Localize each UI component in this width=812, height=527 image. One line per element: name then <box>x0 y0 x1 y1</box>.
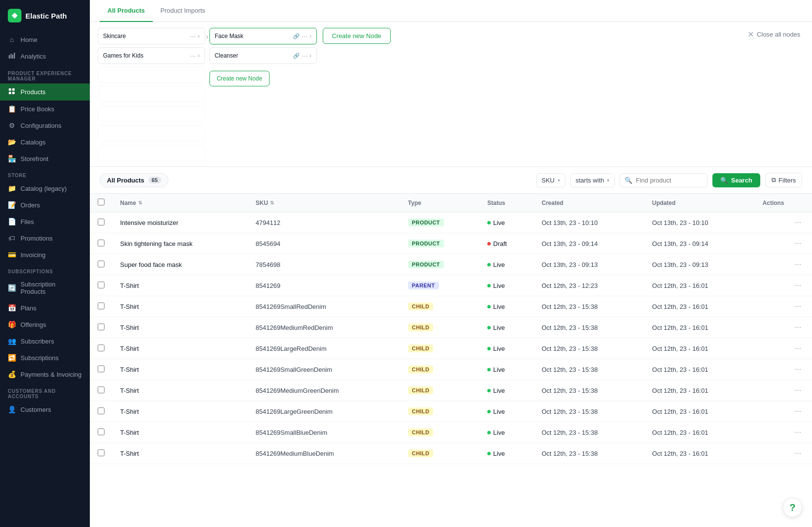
th-name-sort[interactable]: Name ⇅ <box>120 200 240 206</box>
cleanser-dots[interactable]: ··· <box>302 52 308 60</box>
row-checkbox-11[interactable] <box>98 449 104 456</box>
row-checkbox-1[interactable] <box>98 240 104 246</box>
sidebar-item-catalogs-label: Catalogs <box>21 139 45 146</box>
row-menu-btn-10[interactable]: ··· <box>792 427 804 438</box>
face-mask-chevron: › <box>310 33 312 40</box>
sidebar-item-offerings[interactable]: 🎁 Offerings <box>0 316 90 333</box>
storefront-icon: 🏪 <box>8 155 16 162</box>
sidebar-item-storefront[interactable]: 🏪 Storefront <box>0 150 90 167</box>
hierarchy-top: Skincare ··· › Games for Kids ··· › <box>98 28 804 161</box>
sidebar-item-customers[interactable]: 👤 Customers <box>0 401 90 418</box>
row-status-label-4: Live <box>493 303 505 310</box>
sidebar-item-subscription-products[interactable]: 🔄 Subscription Products <box>0 276 90 300</box>
row-menu-btn-9[interactable]: ··· <box>792 406 804 417</box>
row-checkbox-6[interactable] <box>98 345 104 351</box>
row-checkbox-cell <box>90 254 112 275</box>
row-checkbox-4[interactable] <box>98 303 104 309</box>
sidebar-item-products[interactable]: Products <box>0 83 90 101</box>
sidebar-item-promotions[interactable]: 🏷 Promotions <box>0 230 90 246</box>
th-sku: SKU ⇅ <box>248 194 400 212</box>
tab-all-products[interactable]: All Products <box>100 0 153 22</box>
tab-product-imports[interactable]: Product Imports <box>153 0 213 22</box>
filters-button[interactable]: ⧉ Filters <box>765 173 802 187</box>
row-menu-btn-3[interactable]: ··· <box>792 280 804 291</box>
sidebar-item-subscriptions[interactable]: 🔁 Subscriptions <box>0 349 90 366</box>
row-checkbox-cell <box>90 317 112 338</box>
row-checkbox-3[interactable] <box>98 282 104 288</box>
sidebar-item-home[interactable]: ⌂ Home <box>0 31 90 48</box>
row-created-8: Oct 12th, 23 - 15:38 <box>534 380 644 401</box>
select-all-checkbox[interactable] <box>98 199 104 205</box>
row-checkbox-cell <box>90 212 112 233</box>
create-node-btn-col3[interactable]: Create new Node <box>323 28 391 44</box>
row-checkbox-9[interactable] <box>98 407 104 414</box>
row-menu-btn-5[interactable]: ··· <box>792 322 804 333</box>
th-sku-sort[interactable]: SKU ⇅ <box>256 200 393 206</box>
sidebar-item-orders[interactable]: 📝 Orders <box>0 197 90 213</box>
row-menu-btn-7[interactable]: ··· <box>792 364 804 375</box>
row-menu-btn-1[interactable]: ··· <box>792 238 804 249</box>
sidebar-item-subscriptions-label: Subscriptions <box>21 354 59 362</box>
sidebar-item-catalog-legacy[interactable]: 📁 Catalog (legacy) <box>0 180 90 197</box>
row-checkbox-0[interactable] <box>98 219 104 225</box>
sidebar-item-payments-invoicing[interactable]: 💰 Payments & Invoicing <box>0 366 90 383</box>
find-product-input[interactable] <box>620 173 708 187</box>
row-checkbox-7[interactable] <box>98 365 104 372</box>
th-actions-label: Actions <box>763 200 784 206</box>
sidebar-item-plans[interactable]: 📅 Plans <box>0 300 90 316</box>
row-menu-btn-8[interactable]: ··· <box>792 385 804 396</box>
row-menu-btn-11[interactable]: ··· <box>792 448 804 459</box>
hierarchy-node-games[interactable]: Games for Kids ··· › <box>98 47 205 64</box>
search-button[interactable]: 🔍 Search <box>712 173 760 187</box>
starts-with-select[interactable]: starts with ▾ <box>570 173 615 187</box>
row-checkbox-cell <box>90 401 112 422</box>
sidebar-item-catalogs[interactable]: 📂 Catalogs <box>0 134 90 150</box>
row-name-6: T-Shirt <box>112 338 248 359</box>
all-products-tab[interactable]: All Products 65 <box>100 173 168 187</box>
row-checkbox-cell <box>90 233 112 254</box>
row-menu-btn-0[interactable]: ··· <box>792 217 804 228</box>
close-all-nodes-btn[interactable]: ✕ Close all nodes <box>744 28 804 41</box>
row-type-4: CHILD <box>400 296 479 317</box>
row-checkbox-8[interactable] <box>98 386 104 393</box>
row-sku-4: 8541269SmallRedDenim <box>248 296 400 317</box>
row-checkbox-2[interactable] <box>98 261 104 267</box>
row-menu-btn-4[interactable]: ··· <box>792 301 804 312</box>
sidebar-item-files[interactable]: 📄 Files <box>0 213 90 230</box>
table-row: T-Shirt 8541269MediumGreenDenim CHILD Li… <box>90 380 812 401</box>
main-content: All Products Product Imports Skincare ··… <box>90 0 812 527</box>
sidebar-item-configurations[interactable]: ⚙ Configurations <box>0 117 90 134</box>
row-type-3: PARENT <box>400 275 479 296</box>
create-node-btn-col2[interactable]: Create new Node <box>209 71 270 86</box>
section-store: Store <box>0 167 90 180</box>
row-status-6: Live <box>479 338 534 359</box>
row-checkbox-10[interactable] <box>98 428 104 435</box>
sidebar-item-subscribers[interactable]: 👥 Subscribers <box>0 333 90 349</box>
row-menu-btn-6[interactable]: ··· <box>792 343 804 354</box>
products-area: All Products 65 SKU ▾ starts with ▾ 🔍 🔍 … <box>90 167 812 527</box>
th-type: Type <box>400 194 479 212</box>
hierarchy-node-cleanser[interactable]: Cleanser 🔗 ··· › <box>209 47 317 64</box>
plans-icon: 📅 <box>8 304 16 312</box>
row-menu-btn-2[interactable]: ··· <box>792 259 804 270</box>
th-updated-label: Updated <box>652 200 676 206</box>
sku-select[interactable]: SKU ▾ <box>536 173 565 187</box>
row-status-label-10: Live <box>493 429 505 436</box>
sidebar-item-subscribers-label: Subscribers <box>21 338 54 345</box>
face-mask-dots[interactable]: ··· <box>302 32 308 40</box>
payments-invoicing-icon: 💰 <box>8 370 16 378</box>
row-sku-0: 4794112 <box>248 212 400 233</box>
sidebar-item-invoicing[interactable]: 💳 Invoicing <box>0 246 90 263</box>
help-button[interactable]: ? <box>783 498 802 517</box>
skincare-dots[interactable]: ··· <box>190 32 196 40</box>
row-status-4: Live <box>479 296 534 317</box>
hierarchy-node-skincare[interactable]: Skincare ··· › <box>98 28 205 44</box>
row-checkbox-5[interactable] <box>98 324 104 330</box>
row-sku-10: 8541269SmallBlueDenim <box>248 422 400 443</box>
th-checkbox <box>90 194 112 212</box>
hierarchy-node-face-mask[interactable]: Face Mask 🔗 ··· › <box>209 28 317 44</box>
sidebar-item-analytics[interactable]: Analytics <box>0 48 90 65</box>
sidebar-item-offerings-label: Offerings <box>21 321 46 328</box>
sidebar-item-price-books[interactable]: 📋 Price Books <box>0 101 90 117</box>
games-dots[interactable]: ··· <box>190 52 196 60</box>
